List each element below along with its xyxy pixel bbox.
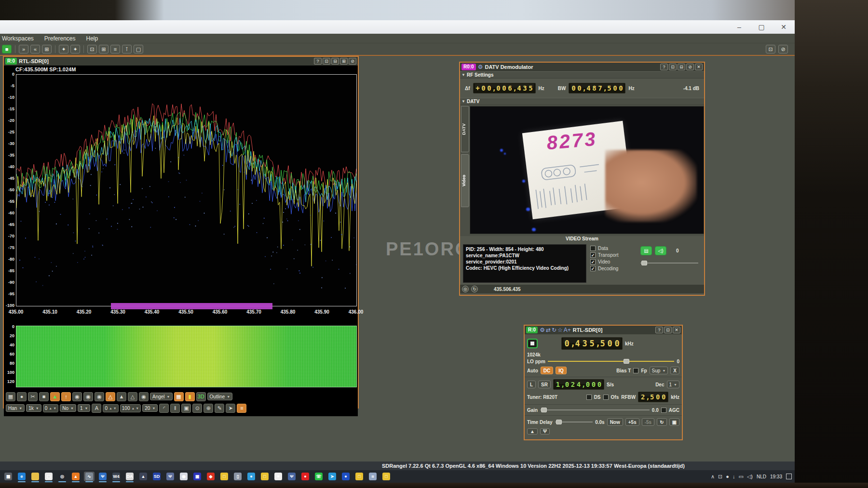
tile-icon[interactable]: ⊞	[99, 45, 108, 53]
checkbox-decoding[interactable]: ✓	[590, 266, 596, 271]
spectrum-display-icon-button[interactable]: △	[128, 392, 137, 401]
antenna-icon-button[interactable]: Ψ	[540, 428, 550, 435]
taskbar-pc-app[interactable]: ⌗	[367, 472, 378, 481]
minus-5s-button[interactable]: -5s	[642, 418, 654, 426]
waterfall-display[interactable]	[16, 326, 357, 387]
taskbar-phone-app[interactable]: ▯	[232, 472, 243, 481]
checkbox-transport[interactable]: ✓	[590, 252, 596, 258]
cloud-icon[interactable]: ●	[726, 474, 729, 479]
spectrum-fft-icon-button[interactable]: ◜	[159, 404, 169, 413]
datv-expand-icon[interactable]: ⊘	[686, 64, 694, 70]
start-stop-button[interactable]	[527, 339, 538, 348]
x-button[interactable]: X	[670, 367, 679, 374]
tab-video[interactable]: Video	[461, 154, 469, 207]
device-move-to-workspace-icon[interactable]: ⊡	[664, 327, 672, 333]
clock[interactable]: 19:33	[770, 474, 782, 479]
taskbar-raspberry-app[interactable]: ✶	[273, 472, 284, 481]
wedge-icon-button[interactable]: ▲	[527, 428, 538, 435]
spectrum-fft-icon-button[interactable]: ⊙	[192, 404, 202, 413]
plus-5s-button[interactable]: +5s	[625, 418, 639, 426]
taskbar-vlc-player[interactable]: ▲	[70, 472, 81, 481]
device-swap-icon[interactable]: ⇄	[546, 327, 551, 333]
taskbar-antenna-app[interactable]: Ψ	[97, 472, 108, 481]
frequency-offset-dial[interactable]: +00,006,435	[473, 83, 536, 93]
record-save-button[interactable]: ▣	[669, 418, 679, 426]
spectrum-display-icon-button[interactable]: ▲	[117, 392, 126, 401]
spectrum-fft-spinner[interactable]: 0▲ ▼	[43, 404, 58, 412]
device-close-icon[interactable]: ✕	[673, 327, 680, 333]
taskbar-red-diamond-app[interactable]: ◆	[205, 472, 216, 481]
dc-correction-button[interactable]: DC	[541, 367, 553, 374]
taskbar-sd-app[interactable]: SD	[151, 472, 162, 481]
spectrum-fft-icon-button[interactable]: ➤	[226, 404, 235, 413]
iq-correction-button[interactable]: IQ	[556, 367, 567, 374]
lo-ppm-slider[interactable]	[548, 358, 675, 364]
spectrum-display-icon-button[interactable]: ●	[17, 392, 27, 401]
spectrum-plot[interactable]	[16, 74, 357, 306]
agc-checkbox[interactable]	[661, 408, 666, 413]
taskbar-tv-app-1[interactable]: □	[219, 472, 230, 481]
menu-preferences[interactable]: Preferences	[43, 35, 77, 42]
rf-settings-section-header[interactable]: ▼ RF Settings	[460, 71, 704, 79]
stream-select-button[interactable]: ▤	[640, 246, 652, 255]
close-button[interactable]: ✕	[773, 20, 795, 34]
device-settings-gear-icon[interactable]: ⚙	[540, 327, 545, 333]
taskbar-satellite-app[interactable]: ◉	[178, 472, 189, 481]
gain-slider[interactable]	[540, 407, 650, 413]
hide-all-windows-icon[interactable]: ⊘	[778, 45, 788, 53]
taskbar-tv-app-2[interactable]: □	[259, 472, 270, 481]
spectrum-display-icon-button[interactable]: ▲	[50, 392, 60, 401]
tab-datv[interactable]: DATV	[461, 106, 469, 152]
taskbar-whatsapp[interactable]: ☏	[313, 472, 324, 481]
spectrum-display-icon-button[interactable]: ■	[39, 392, 49, 401]
checkbox-data[interactable]	[590, 246, 596, 251]
spectrum-display-icon-button[interactable]: ▦	[174, 392, 184, 401]
spectrum-shrink-icon[interactable]: ⊟	[331, 58, 339, 65]
chevron-up-icon[interactable]: ∧	[711, 474, 715, 480]
tx-device-icon[interactable]: «	[30, 45, 40, 53]
tabbed-icon[interactable]: ⊺	[122, 45, 132, 53]
wrench-icon[interactable]: ✦	[59, 45, 68, 53]
taskbar-floppy-app[interactable]: ▣	[192, 472, 203, 481]
volume-slider[interactable]	[640, 260, 698, 266]
now-button[interactable]: Now	[607, 418, 623, 426]
menu-workspaces[interactable]: Workspaces	[1, 35, 35, 42]
spectrum-fft-icon-button[interactable]: ≡	[237, 404, 246, 413]
notification-center-icon[interactable]	[786, 474, 792, 479]
spectrum-fft-icon-button[interactable]: ✎	[215, 404, 224, 413]
spectrum-fft-icon-button[interactable]: ⊕	[203, 404, 213, 413]
replay-loop-button[interactable]: ↻	[657, 418, 666, 426]
spectrum-fft-spinner[interactable]: 0▲ ▼	[103, 404, 118, 412]
start-stop-all-button[interactable]: ■	[2, 45, 12, 53]
mimo-device-icon[interactable]: ⊞	[42, 45, 52, 53]
spectrum-fft-select[interactable]: 20▼	[142, 404, 158, 412]
taskbar-file-explorer[interactable]	[30, 472, 41, 481]
taskbar-blue-sphere-app[interactable]: ●	[246, 472, 257, 481]
taskbar-telegram[interactable]: ➤	[327, 472, 338, 481]
mic-icon[interactable]: ↓	[732, 474, 735, 479]
taskbar-edge-browser[interactable]: e	[16, 472, 27, 481]
spectrum-fft-spinner[interactable]: 100▲ ▼	[120, 404, 141, 412]
taskbar-mx-app[interactable]: W4	[111, 472, 122, 481]
spectrum-fft-icon-button[interactable]: ‖	[170, 404, 180, 413]
taskbar-microsoft-store[interactable]: ▢	[43, 472, 54, 481]
spectrum-display-icon-button[interactable]: ▮	[185, 392, 195, 401]
maximize-button[interactable]: ▢	[750, 20, 773, 34]
device-addchannel-icon[interactable]: A+	[564, 327, 571, 333]
spectrum-fft-select[interactable]: 1▼	[78, 404, 91, 412]
cascade-windows-icon[interactable]: ⊡	[766, 45, 775, 53]
spectrum-fft-select[interactable]: 1k▼	[26, 404, 41, 412]
bandwidth-dial[interactable]: 00,487,500	[569, 83, 625, 93]
spectrum-expand-icon[interactable]: ⊞	[340, 58, 348, 65]
shift-frequency-icon[interactable]: ↻	[471, 286, 478, 292]
device-reload-icon[interactable]: ↻	[552, 327, 556, 333]
center-frequency-dial[interactable]: 0,435,500	[561, 337, 623, 350]
datv-close-icon[interactable]: ✕	[695, 64, 703, 70]
taskbar-blue-app[interactable]: ●	[340, 472, 351, 481]
datv-shrink-icon[interactable]: ⊟	[678, 64, 685, 70]
stack-icon[interactable]: ≡	[110, 45, 120, 53]
taskbar-antenna3-app[interactable]: Ψ	[286, 472, 297, 481]
spectrum-display-icon-button[interactable]: △	[106, 392, 115, 401]
minimize-button[interactable]: –	[728, 20, 750, 34]
spectrum-move-to-workspace-icon[interactable]: ⊡	[323, 58, 330, 65]
